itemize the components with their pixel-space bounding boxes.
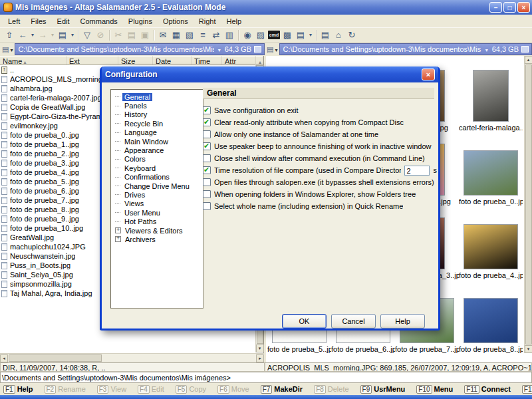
drive-info-icon[interactable]: ▩: [281, 29, 294, 41]
find-icon[interactable]: ◉: [241, 29, 254, 41]
network-icon[interactable]: ▤: [294, 29, 307, 41]
tree-item[interactable]: Confirmations: [115, 173, 203, 182]
command-shell-icon[interactable]: cmd: [267, 29, 281, 41]
copy-icon[interactable]: ▤: [125, 29, 138, 41]
left-horizontal-scrollbar[interactable]: [0, 353, 264, 362]
time-resolution-input[interactable]: 2: [404, 166, 430, 176]
right-vertical-scrollbar[interactable]: [524, 56, 532, 353]
path-dropdown-icon[interactable]: [481, 45, 492, 53]
menu-item[interactable]: Plugins: [123, 16, 158, 27]
open-folder-icon[interactable]: ▤: [319, 29, 332, 41]
menu-item[interactable]: Right: [194, 16, 221, 27]
thumbnail-item[interactable]: foto de prueba_4..jpg: [459, 206, 523, 280]
cancel-button[interactable]: Cancel: [331, 314, 376, 329]
menu-item[interactable]: Help: [221, 16, 247, 27]
network-dropdown-icon[interactable]: ▾: [307, 29, 314, 41]
menu-item[interactable]: Edit: [52, 16, 75, 27]
path-dropdown-icon[interactable]: [214, 45, 225, 53]
maximize-button[interactable]: □: [503, 2, 516, 13]
unfilter-icon[interactable]: ⊘: [94, 29, 107, 41]
expand-icon[interactable]: [115, 236, 121, 242]
scroll-thumb[interactable]: [525, 65, 532, 344]
thumbnail-item[interactable]: foto de prueba_8..jpg: [459, 280, 523, 353]
scroll-right-icon[interactable]: [256, 354, 264, 362]
tree-item[interactable]: Hot Paths: [115, 217, 203, 225]
back-dropdown-icon[interactable]: ▾: [29, 29, 36, 41]
checkbox[interactable]: [203, 106, 211, 114]
tree-item[interactable]: Appearance: [115, 146, 203, 154]
column-header[interactable]: Time: [192, 56, 222, 65]
right-drive-icon[interactable]: [265, 45, 279, 54]
menu-item[interactable]: Files: [25, 16, 51, 27]
checkbox[interactable]: [203, 142, 211, 150]
drive-dropdown-icon[interactable]: [9, 45, 13, 53]
properties-icon[interactable]: ▧: [183, 29, 196, 41]
tree-item[interactable]: Views: [115, 200, 203, 208]
filter-icon[interactable]: ▽: [80, 29, 94, 41]
left-path[interactable]: C:\Documents and Settings\uptodown-3\Mis…: [15, 43, 265, 55]
paste-icon[interactable]: ▣: [138, 29, 152, 41]
tree-item[interactable]: Keyboard: [115, 164, 203, 172]
function-key[interactable]: F12 Disconnect: [522, 385, 532, 394]
checkbox[interactable]: [203, 190, 211, 198]
expand-icon[interactable]: [115, 227, 121, 233]
scroll-down-icon[interactable]: [525, 345, 532, 353]
toolbar-icon[interactable]: [107, 29, 112, 41]
menu-item[interactable]: Left: [3, 16, 25, 27]
user-menu-icon[interactable]: ▨: [254, 29, 267, 41]
tree-item[interactable]: Main Window: [115, 137, 203, 146]
thumbnail-item[interactable]: cartel-feria-malaga...: [459, 59, 523, 132]
scroll-up-icon[interactable]: [525, 56, 532, 64]
toolbar-icon[interactable]: [76, 29, 80, 41]
tree-item[interactable]: Drives: [115, 190, 203, 199]
function-key[interactable]: F8 Delete: [314, 385, 348, 394]
dialog-close-button[interactable]: ×: [422, 68, 435, 80]
column-header[interactable]: Date: [153, 56, 192, 65]
tree-item[interactable]: Panels: [115, 101, 203, 110]
email-icon[interactable]: ✉: [156, 29, 170, 41]
function-key[interactable]: F3 View: [97, 385, 126, 394]
checkbox[interactable]: [203, 202, 211, 210]
checkbox[interactable]: [203, 178, 211, 186]
function-key[interactable]: F4 Edit: [138, 385, 164, 394]
toolbar-icon[interactable]: [314, 29, 319, 41]
minimize-button[interactable]: –: [489, 2, 502, 13]
menu-item[interactable]: Options: [158, 16, 194, 27]
tree-item[interactable]: History: [115, 110, 203, 119]
tree-item[interactable]: Colors: [115, 155, 203, 164]
tree-item[interactable]: Recycle Bin: [115, 119, 203, 128]
function-key[interactable]: F10 Menu: [416, 385, 453, 394]
panel-toggle-icon[interactable]: [521, 46, 529, 53]
scroll-thumb[interactable]: [9, 354, 102, 362]
refresh-icon[interactable]: ↻: [345, 29, 358, 41]
column-header[interactable]: Ext: [66, 56, 118, 65]
tree-item[interactable]: Archivers: [115, 235, 203, 243]
function-key[interactable]: F9 UsrMenu: [360, 385, 406, 394]
column-header[interactable]: Name: [0, 56, 66, 65]
make-dir-icon[interactable]: ▦: [170, 29, 183, 41]
scroll-left-icon[interactable]: [0, 354, 8, 362]
tree-item[interactable]: Language: [115, 128, 203, 137]
change-case-icon[interactable]: ≡: [196, 29, 209, 41]
checkbox[interactable]: [203, 166, 211, 174]
thumbnail-item[interactable]: foto de prueba_0..jpg: [459, 132, 523, 206]
ok-button[interactable]: OK: [282, 314, 327, 329]
hot-paths-dropdown-icon[interactable]: ▾: [69, 29, 76, 41]
drive-dropdown-icon[interactable]: [273, 45, 277, 53]
close-button[interactable]: ×: [517, 2, 530, 13]
pack-icon[interactable]: ▥: [223, 29, 236, 41]
panel-toggle-icon[interactable]: [254, 46, 261, 53]
tree-item[interactable]: Change Drive Menu: [115, 182, 203, 190]
hot-paths-icon[interactable]: ▤: [56, 29, 69, 41]
tree-item[interactable]: User Menu: [115, 208, 203, 217]
scroll-down-icon[interactable]: [256, 344, 264, 352]
up-dir-icon[interactable]: ⇧: [3, 29, 16, 41]
command-line-input[interactable]: \Documents and Settings\uptodown-3\Mis d…: [0, 372, 532, 383]
tree-item[interactable]: General: [115, 92, 203, 101]
forward-icon[interactable]: →: [36, 29, 49, 41]
shared-dirs-icon[interactable]: ⌂: [332, 29, 345, 41]
left-drive-icon[interactable]: [0, 45, 15, 54]
forward-dropdown-icon[interactable]: ▾: [49, 29, 56, 41]
toolbar-icon[interactable]: [152, 29, 156, 41]
back-icon[interactable]: ←: [16, 29, 29, 41]
